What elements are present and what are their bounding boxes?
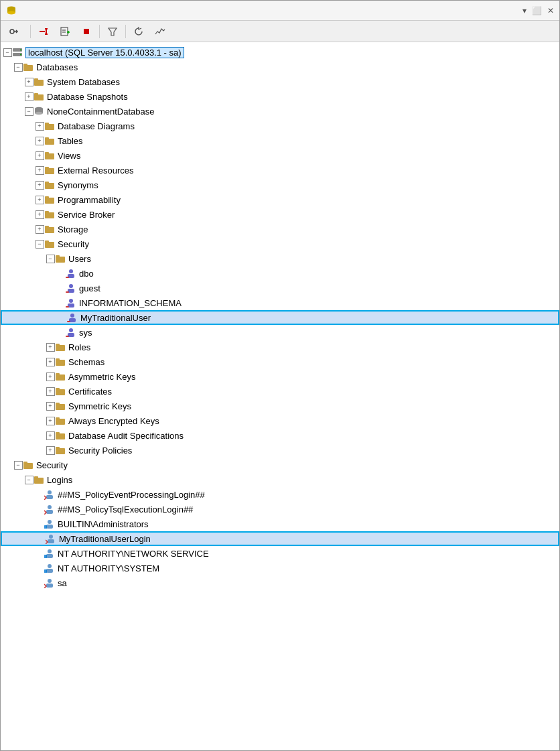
tree-node-mytraditionaluserlogin[interactable]: MyTraditionalUserLogin bbox=[1, 531, 559, 546]
tree-node-tables[interactable]: Tables bbox=[1, 133, 559, 148]
expander-db-diagrams[interactable] bbox=[34, 121, 45, 131]
expander-programmability[interactable] bbox=[34, 194, 45, 205]
tree-node-sa[interactable]: sa bbox=[1, 575, 559, 590]
tree-node-nt-network[interactable]: NT AUTHORITY\NETWORK SERVICE bbox=[1, 546, 559, 561]
tree-node-nt-system[interactable]: NT AUTHORITY\SYSTEM bbox=[1, 561, 559, 575]
node-label-none-containment: NoneContainmentDatabase bbox=[47, 107, 154, 117]
database-icon bbox=[33, 106, 44, 117]
disconnect-button[interactable] bbox=[33, 23, 54, 40]
expander-synonyms[interactable] bbox=[34, 180, 45, 190]
expander-db-audit-specs[interactable] bbox=[45, 430, 56, 441]
tree-node-login-builtin[interactable]: BUILTIN\Administrators bbox=[1, 517, 559, 531]
tree-node-users[interactable]: Users bbox=[1, 251, 559, 266]
expander-login-ms-tsql[interactable] bbox=[34, 504, 45, 515]
expander-security-db[interactable] bbox=[34, 238, 45, 249]
expander-nt-network[interactable] bbox=[34, 548, 45, 559]
expander-none-containment[interactable] bbox=[23, 106, 34, 117]
folder-icon bbox=[33, 474, 44, 485]
expander-sa[interactable] bbox=[34, 577, 45, 588]
tree-node-none-containment[interactable]: NoneContainmentDatabase bbox=[1, 104, 559, 119]
tree-node-db-snapshots[interactable]: Database Snapshots bbox=[1, 89, 559, 104]
svg-rect-65 bbox=[56, 344, 60, 346]
expander-logins[interactable] bbox=[23, 474, 34, 485]
tree-node-certificates[interactable]: Certificates bbox=[1, 384, 559, 399]
filter-button[interactable] bbox=[102, 23, 123, 40]
tree-node-login-ms-tsql[interactable]: ##MS_PolicyTsqlExecutionLogin## bbox=[1, 502, 559, 517]
expander-external-resources[interactable] bbox=[34, 165, 45, 176]
refresh-button[interactable] bbox=[129, 23, 149, 40]
expander-guest[interactable] bbox=[56, 283, 66, 293]
toolbar bbox=[1, 21, 559, 42]
object-explorer-tree[interactable]: localhost (SQL Server 15.0.4033.1 - sa) … bbox=[1, 42, 559, 750]
tree-node-always-encrypted[interactable]: Always Encrypted Keys bbox=[1, 413, 559, 428]
tree-node-views[interactable]: Views bbox=[1, 148, 559, 163]
tree-node-dbo[interactable]: dbo bbox=[1, 266, 559, 281]
tree-node-db-diagrams[interactable]: Database Diagrams bbox=[1, 119, 559, 133]
expander-service-broker[interactable] bbox=[34, 209, 45, 220]
expander-sys[interactable] bbox=[56, 327, 66, 338]
expander-dbo[interactable] bbox=[56, 268, 66, 279]
pin-button[interactable]: ▾ bbox=[522, 6, 527, 15]
tree-node-service-broker[interactable]: Service Broker bbox=[1, 207, 559, 222]
tree-node-symmetric-keys[interactable]: Symmetric Keys bbox=[1, 399, 559, 413]
expander-info-schema[interactable] bbox=[56, 297, 66, 308]
tree-node-programmability[interactable]: Programmability bbox=[1, 192, 559, 207]
expander-security-server[interactable] bbox=[13, 460, 23, 470]
tree-node-guest[interactable]: guest bbox=[1, 281, 559, 295]
activity-monitor-button[interactable] bbox=[150, 23, 170, 40]
title-bar-controls: ▾ ⬜ ✕ bbox=[522, 6, 554, 15]
tree-node-mytraditionaluser[interactable]: MyTraditionalUser bbox=[1, 310, 559, 325]
expander-certificates[interactable] bbox=[45, 386, 56, 397]
tree-node-security-db[interactable]: Security bbox=[1, 236, 559, 251]
expander-symmetric-keys[interactable] bbox=[45, 401, 56, 411]
expander-roles[interactable] bbox=[45, 342, 56, 352]
tree-node-login-ms-policy[interactable]: ##MS_PolicyEventProcessingLogin## bbox=[1, 487, 559, 502]
tree-node-security-server[interactable]: Security bbox=[1, 458, 559, 472]
svg-rect-85 bbox=[46, 495, 53, 499]
svg-rect-94 bbox=[46, 554, 53, 558]
tree-node-info-schema[interactable]: INFORMATION_SCHEMA bbox=[1, 295, 559, 310]
folder-icon bbox=[55, 415, 66, 426]
expander-login-ms-policy[interactable] bbox=[34, 489, 45, 500]
stop-button[interactable] bbox=[76, 23, 96, 40]
svg-rect-46 bbox=[45, 241, 49, 243]
tree-node-system-databases[interactable]: System Databases bbox=[1, 74, 559, 89]
expander-users[interactable] bbox=[45, 253, 56, 264]
float-button[interactable]: ⬜ bbox=[532, 6, 542, 15]
expander-security-policies[interactable] bbox=[45, 445, 56, 456]
node-label-roles: Roles bbox=[68, 342, 90, 352]
tree-node-asymmetric-keys[interactable]: Asymmetric Keys bbox=[1, 369, 559, 384]
close-button[interactable]: ✕ bbox=[547, 6, 554, 15]
expander-views[interactable] bbox=[34, 150, 45, 161]
tree-node-sys[interactable]: sys bbox=[1, 325, 559, 340]
expander-schemas[interactable] bbox=[45, 356, 56, 367]
node-label-system-databases: System Databases bbox=[47, 77, 120, 87]
expander-mytraditionaluser[interactable] bbox=[57, 312, 68, 323]
expander-asymmetric-keys[interactable] bbox=[45, 371, 56, 382]
folder-icon bbox=[55, 253, 66, 264]
tree-node-server[interactable]: localhost (SQL Server 15.0.4033.1 - sa) bbox=[1, 45, 559, 60]
tree-node-synonyms[interactable]: Synonyms bbox=[1, 178, 559, 192]
connect-button[interactable] bbox=[5, 24, 27, 39]
tree-node-roles[interactable]: Roles bbox=[1, 340, 559, 354]
expander-nt-system[interactable] bbox=[34, 563, 45, 573]
activity-monitor-icon bbox=[155, 26, 165, 37]
tree-node-storage[interactable]: Storage bbox=[1, 222, 559, 236]
new-query-button[interactable] bbox=[55, 23, 75, 40]
expander-mytraditionaluserlogin[interactable] bbox=[36, 533, 46, 544]
tree-node-external-resources[interactable]: External Resources bbox=[1, 163, 559, 178]
expander-storage[interactable] bbox=[34, 224, 45, 234]
expander-tables[interactable] bbox=[34, 135, 45, 146]
tree-node-logins[interactable]: Logins bbox=[1, 472, 559, 487]
expander-databases[interactable] bbox=[13, 62, 23, 72]
expander-system-databases[interactable] bbox=[23, 76, 34, 87]
expander-login-builtin[interactable] bbox=[34, 519, 45, 529]
tree-node-schemas[interactable]: Schemas bbox=[1, 354, 559, 369]
tree-node-databases[interactable]: Databases bbox=[1, 60, 559, 74]
expander-db-snapshots[interactable] bbox=[23, 91, 34, 102]
expander-always-encrypted[interactable] bbox=[45, 415, 56, 426]
tree-node-db-audit-specs[interactable]: Database Audit Specifications bbox=[1, 428, 559, 443]
expander-server[interactable] bbox=[2, 47, 13, 58]
tree-node-security-policies[interactable]: Security Policies bbox=[1, 443, 559, 458]
svg-rect-97 bbox=[46, 569, 53, 573]
